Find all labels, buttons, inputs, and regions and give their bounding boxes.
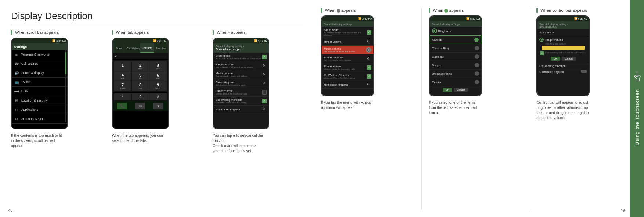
key-3[interactable]: 3DEF [149,61,167,71]
ok-button-ringtone[interactable]: OK [443,88,452,92]
phone-scroll-mockup: 📶 6:36 AM Settings ≡ Wireless & networks [11,38,68,129]
key-hash[interactable]: # [149,93,167,100]
checkbox-call-waiting[interactable]: ✓ [262,99,267,103]
ringtone-danger-circle [475,63,479,67]
ringtone-classical[interactable]: Classical [430,53,481,61]
ringtone-dramatic[interactable]: Dramatic Piano [430,70,481,78]
right-section-gray: When appears 📶 2:49 PM Sound & display s… [321,8,421,210]
list-item-apps: ⊟ Applications [12,105,67,114]
gray-silent: Silent mode All sounds except media & al… [322,27,373,38]
sound-media-volume: Media volume Set volume for music and vi… [213,70,269,79]
tab-dialer[interactable]: Dialer [113,43,127,53]
gray-cb-silent[interactable]: ✓ [367,30,371,35]
ringtone-chrome[interactable]: Chrome Ring [430,44,481,53]
phone-icon: ☎ [14,61,19,66]
scroll-status-bar: 📶 6:36 AM [12,38,67,43]
key-8[interactable]: 8TUV [132,81,149,91]
control-call-waiting: Call Waiting Vibration [537,63,589,69]
cancel-button-control[interactable]: Cancel [562,57,576,61]
tab-bar: Dialer Call History Contacts Favorites [113,43,168,53]
hand-icon [633,71,641,83]
sections-row: When scroll bar appears 📶 6:36 AM Settin… [11,30,303,154]
gray-gear-ringer: ⚙ [367,39,371,44]
section-tab: When tab appears 📶 2:49 PM Dialer Call H… [112,30,202,143]
right-sections-row: When appears 📶 2:49 PM Sound & display s… [321,8,637,210]
phone-green-circle-mockup: 📶 6:38 AM Sound & display settings Ringt… [429,15,482,96]
cancel-button-ringtone[interactable]: Cancel [454,88,468,92]
ringtone-classical-circle [475,54,479,59]
scroll-phone-header: Settings [12,43,67,50]
cb-incoming-vol[interactable]: ✓ [540,51,544,55]
key-5[interactable]: 5JKL [132,71,149,81]
ringtone-chrome-circle [475,46,479,50]
ok-button-control[interactable]: OK [551,57,560,61]
gray-call-waiting: Call Waiting Vibration Vibration Phone f… [322,72,373,81]
gray-ringer: Ringer volume ⚙ [322,38,373,46]
tab-callhistory[interactable]: Call History [126,43,140,53]
scrollbar-thumb [65,52,66,74]
control-silent-mode: Silent mode [537,29,589,36]
key-1[interactable]: 1 [114,61,131,71]
tab-contacts[interactable]: Contacts [140,43,154,53]
ringtone-danger[interactable]: Danger [430,61,481,70]
gray-cb-cw[interactable]: ✓ [367,74,371,79]
checkbox-vibrate[interactable] [262,90,267,95]
key-2[interactable]: 2ABC [132,61,149,71]
lock-icon: ⊞ [14,98,19,103]
page-title: Display Description [11,10,303,24]
gray-phone-vibrate: Phone vibrate Vibrate phone for incoming… [322,63,373,72]
list-item-wireless: ≡ Wireless & networks [12,50,67,59]
tv-icon: 📺 [14,79,19,85]
key-4[interactable]: 4GHI [114,71,131,81]
hdmi-icon: ⟶ [14,89,19,94]
checkbox-status-bar: 📶 6:37 AM [213,38,269,43]
ringtone-carbon[interactable]: Carbon [430,35,481,44]
sound-notification: Notification ringtone ⚙ [213,106,269,113]
key-0[interactable]: 0 [132,93,149,100]
right-label-control: When control bar appears [536,8,629,13]
control-ringer-section: Ringer volume Incoming call volume ✓ Use… [537,36,589,63]
phone-checkbox-mockup: 📶 6:37 AM Sound & display settings Sound… [213,38,269,129]
sound-call-waiting: Call Waiting Vibration Vibration Phone f… [213,97,269,106]
section-scroll-label: When scroll bar appears [11,30,101,35]
checkbox-silent[interactable]: ✓ [262,55,267,59]
section-scroll: When scroll bar appears 📶 6:36 AM Settin… [11,30,101,149]
key-7[interactable]: 7PQRS [114,81,131,91]
gray-phone-header: Sound & display settings [322,21,373,27]
list-item-hdmi: ⟶ HDMI [12,87,67,96]
control-ringer-icon [539,38,544,42]
gray-cb-vibrate[interactable]: ✓ [367,65,371,70]
checkbox-phone-header: Sound & display settings Sound settings [213,43,269,53]
key-9[interactable]: 9WXYZ [149,81,167,91]
list-item-call: ☎ Call settings [12,59,67,68]
page-num-right: 49 [621,208,625,213]
list-item-accounts: ⊙ Accounts & sync [12,114,67,124]
green-status-bar: 📶 6:38 AM [430,16,481,21]
ringtone-dramatic-circle [475,71,479,76]
right-section-green: When appears 📶 6:38 AM Sound & display s… [421,8,529,210]
control-phone-header: Sound & display settings Sound settings [537,21,589,29]
phone-gray-circle-mockup: 📶 2:49 PM Sound & display settings Silen… [321,15,374,96]
gray-circle-btn[interactable] [366,47,371,53]
phone-checkbox-screen: 📶 6:37 AM Sound & display settings Sound… [213,38,269,129]
list-item-location: ⊞ Location & security [12,96,67,105]
ringtone-electra[interactable]: Electra [430,78,481,86]
volume-control-bar[interactable] [542,46,585,50]
ringtone-carbon-selected [474,38,479,42]
right-content: When appears 📶 2:49 PM Sound & display s… [314,0,644,217]
left-content: Display Description When scroll bar appe… [0,0,314,217]
tab-status-bar: 📶 2:49 PM [113,38,168,43]
section-checkbox: When ▪ appears 📶 6:37 AM Sound & display… [213,30,303,154]
key-star[interactable]: * [114,93,131,100]
gear-media: ⚙ [262,72,267,77]
phone-control-bar-screen: 📶 6:38 AM Sound & display settings Sound… [537,16,589,96]
gear-ringtone: ⚙ [262,81,267,86]
side-tab-text: Using the Touchscreen [634,89,640,145]
key-6[interactable]: 6MNO [149,71,167,81]
tab-favorites[interactable]: Favorites [154,43,168,53]
list-item-sound: 🔊 Sound & display [12,68,67,78]
ringtone-electra-circle [475,80,479,84]
side-tab: Using the Touchscreen [630,0,644,217]
green-phone-header: Sound & display settings [430,21,481,27]
phone-scroll-screen: 📶 6:36 AM Settings ≡ Wireless & networks [12,38,67,129]
